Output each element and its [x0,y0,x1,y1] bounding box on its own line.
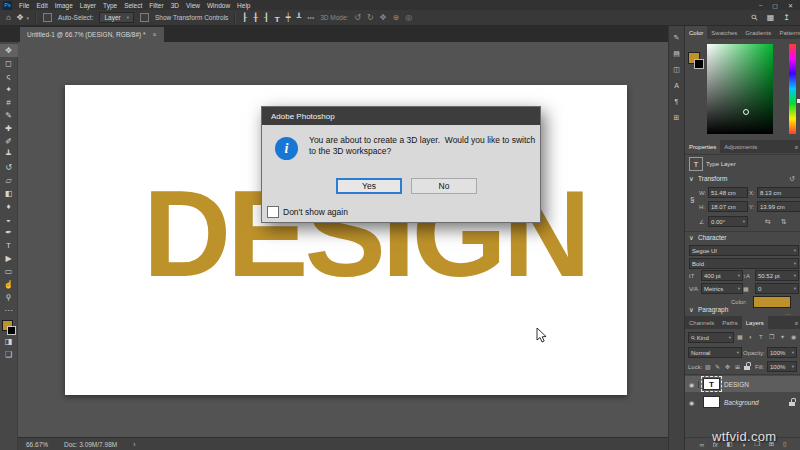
paragraph-collapse-icon[interactable]: ∨ [689,307,694,314]
filter-shape-layers-icon[interactable]: ❒ [769,334,774,340]
filter-adjustment-layers-icon[interactable]: ◑ [748,334,752,340]
menu-help[interactable]: Help [237,2,250,9]
color-bg-swatch[interactable] [694,59,704,69]
text-color-swatch[interactable] [753,296,791,308]
menu-3d[interactable]: 3D [171,2,179,9]
filter-type-layers-icon[interactable]: T [759,334,763,340]
layer-row-background[interactable]: ◉ Background [685,394,800,410]
font-style-select[interactable]: Bold▾ [689,258,799,269]
dialog-title-bar[interactable]: Adobe Photoshop [262,107,540,125]
filter-toggle-icon[interactable]: ◉ [791,334,796,340]
tab-patterns[interactable]: Patterns [775,26,800,39]
zoom-tool[interactable]: ⚲ [0,291,18,304]
paragraph-header[interactable]: Paragraph [698,307,728,314]
y-field[interactable]: 13.99 cm [757,201,800,212]
link-dimensions-icon[interactable]: § [690,196,694,204]
opacity-field[interactable]: 100%▾ [767,347,797,358]
tab-channels[interactable]: Channels [685,316,718,329]
menu-view[interactable]: View [186,2,200,9]
visibility-eye-icon[interactable]: ◉ [685,381,699,388]
zoom-level[interactable]: 66.67% [26,441,48,448]
align-left-icon[interactable]: ┠ [242,14,247,22]
layer-name[interactable]: Background [724,399,759,406]
no-button[interactable]: No [411,178,477,194]
marquee-tool[interactable]: ◻ [0,57,18,70]
tab-color[interactable]: Color [685,26,707,39]
lock-all-icon[interactable] [744,362,751,370]
layer-thumbnail[interactable]: T [703,378,720,390]
libraries-panel-icon[interactable]: ▤ [673,50,680,57]
hue-slider[interactable] [789,44,796,134]
character-collapse-icon[interactable]: ∨ [689,235,694,242]
info-panel-icon[interactable]: ⊞ [674,114,680,121]
clone-source-panel-icon[interactable]: ◫ [673,66,680,73]
font-size-field[interactable]: 400 pt▾ [701,270,743,281]
quick-selection-tool[interactable]: ✦ [0,83,18,96]
blur-tool[interactable]: ♦ [0,200,18,213]
menu-image[interactable]: Image [55,2,73,9]
layer-thumbnail[interactable] [703,396,720,408]
layer-row-design[interactable]: ◉ T DESIGN [685,376,800,392]
panel-menu-icon[interactable]: ≡ [795,316,800,329]
character-panel-icon[interactable]: A [674,82,679,89]
close-icon[interactable]: ✕ [788,2,793,9]
transform-header[interactable]: Transform [698,176,727,183]
tracking-field[interactable]: 0▾ [755,283,799,294]
move-tool-preset-icon[interactable]: ✥ [17,14,24,22]
menu-layer[interactable]: Layer [80,2,96,9]
align-right-icon[interactable]: ┨ [264,14,269,22]
align-bottom-icon[interactable]: ┸ [297,14,302,22]
character-header[interactable]: Character [698,235,727,242]
dont-show-again-checkbox[interactable] [267,206,279,218]
minimize-icon[interactable]: – [759,2,762,9]
filter-pixel-layers-icon[interactable]: ▦ [737,334,743,340]
x-field[interactable]: 8.13 cm [757,187,800,198]
layer-filter-select[interactable]: ⚲ Kind▾ [688,332,734,343]
align-top-icon[interactable]: ┰ [275,14,280,22]
lock-pixels-icon[interactable]: ✎ [715,364,720,370]
background-color-swatch[interactable] [7,326,16,335]
paragraph-panel-icon[interactable]: ¶ [675,98,679,105]
gradient-tool[interactable]: ◧ [0,187,18,200]
type-tool[interactable]: T [0,239,18,252]
tab-swatches[interactable]: Swatches [707,26,741,39]
tab-paths[interactable]: Paths [718,316,741,329]
tab-gradients[interactable]: Gradients [741,26,775,39]
history-brush-tool[interactable]: ↺ [0,161,18,174]
auto-select-checkbox[interactable] [43,13,52,22]
transform-collapse-icon[interactable]: ∨ [689,176,694,183]
eraser-tool[interactable]: ▱ [0,174,18,187]
visibility-eye-icon[interactable]: ◉ [685,399,699,406]
quick-mask-icon[interactable]: ◨ [0,335,18,348]
hand-tool[interactable]: ☝ [0,278,18,291]
status-chevron-icon[interactable]: › [133,441,135,448]
shape-tool[interactable]: ▭ [0,265,18,278]
saturation-brightness-field[interactable] [707,44,773,134]
height-field[interactable]: 18.07 cm [708,201,748,212]
delete-layer-icon[interactable]: ▯ [783,440,787,448]
lock-position-icon[interactable]: ✥ [725,364,730,370]
move-tool[interactable]: ✥ [0,44,18,57]
tab-layers[interactable]: Layers [742,316,768,329]
fill-field[interactable]: 100%▾ [767,361,797,372]
menu-file[interactable]: File [19,2,29,9]
menu-select[interactable]: Select [124,2,142,9]
auto-select-target-dropdown[interactable]: Layer ▾ [99,12,134,23]
home-icon[interactable]: ⌂ [6,14,11,22]
width-field[interactable]: 51.48 cm [708,187,748,198]
angle-field[interactable]: 0.00°▾ [708,216,748,227]
menu-type[interactable]: Type [103,2,117,9]
leading-field[interactable]: 50.52 pt▾ [755,270,799,281]
menu-filter[interactable]: Filter [149,2,163,9]
flip-horizontal-icon[interactable]: ⇆ [765,218,771,225]
kerning-field[interactable]: Metrics▾ [701,283,743,294]
history-panel-icon[interactable]: ✎ [674,34,680,41]
document-tab[interactable]: Untitled-1 @ 66.7% (DESIGN, RGB/8#) * × [20,27,164,42]
tab-adjustments[interactable]: Adjustments [720,140,761,153]
healing-brush-tool[interactable]: ✚ [0,122,18,135]
screen-mode-icon[interactable]: ❏ [0,348,18,361]
layer-name[interactable]: DESIGN [724,381,749,388]
restore-icon[interactable]: ▢ [772,2,778,9]
lock-transparency-icon[interactable]: ▨ [705,364,711,370]
filter-smart-objects-icon[interactable]: ✦ [780,334,785,340]
